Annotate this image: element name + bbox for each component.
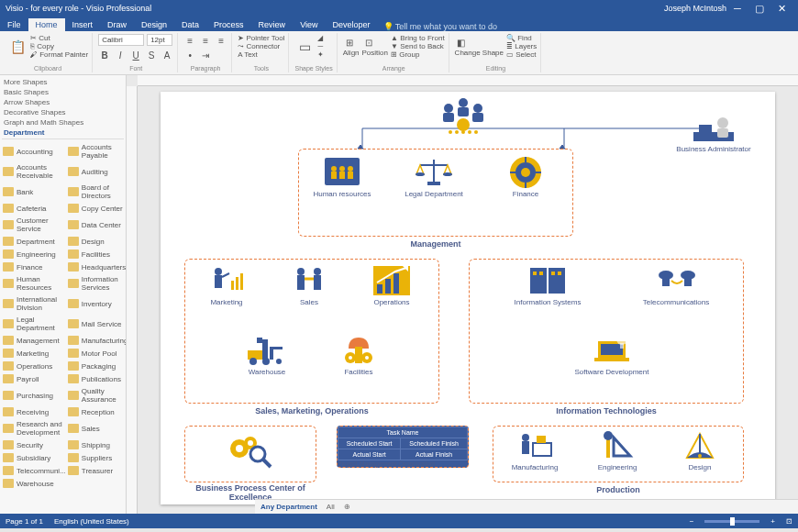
paste-button[interactable]: 📋 xyxy=(7,37,28,57)
font-size-select[interactable]: 12pt xyxy=(147,34,172,46)
shape-stencil-item[interactable]: Department xyxy=(2,235,67,248)
tab-data[interactable]: Data xyxy=(174,18,206,31)
shape-stencil-item[interactable]: Inventory xyxy=(67,294,127,314)
tab-insert[interactable]: Insert xyxy=(65,18,101,31)
shape-category[interactable]: More Shapes xyxy=(2,77,124,87)
shape-category[interactable]: Basic Shapes xyxy=(2,87,124,97)
tab-design[interactable]: Design xyxy=(134,18,174,31)
shape-stencil-item[interactable]: International Division xyxy=(2,294,67,314)
design-node[interactable]: Design xyxy=(664,428,736,471)
maximize-button[interactable]: ▢ xyxy=(748,3,770,15)
shape-category[interactable]: Graph and Math Shapes xyxy=(2,117,124,127)
tab-process[interactable]: Process xyxy=(206,18,251,31)
shape-stencil-item[interactable]: Telecommuni... xyxy=(2,464,67,477)
finance-node[interactable]: Finance xyxy=(490,155,561,198)
canvas-scroll[interactable]: Business Administrator Human resources L… xyxy=(138,86,798,514)
pmo-group[interactable]: Task Name Scheduled StartScheduled Finis… xyxy=(337,426,469,468)
shape-stencil-item[interactable]: Engineering xyxy=(2,248,67,260)
group-button[interactable]: ⊞ Group xyxy=(391,50,445,59)
shape-stencil-item[interactable]: Subsidiary xyxy=(2,451,67,464)
shape-stencil-item[interactable]: Design xyxy=(67,235,127,248)
position-button[interactable]: ⊡ xyxy=(362,36,375,49)
shape-stencil-item[interactable]: Treasurer xyxy=(67,464,127,477)
shape-stencil-item[interactable]: Marketing xyxy=(2,347,67,360)
shape-stencil-item[interactable]: Receiving xyxy=(2,405,67,418)
shape-category[interactable]: Decorative Shapes xyxy=(2,107,124,117)
tab-view[interactable]: View xyxy=(293,18,325,31)
copy-button[interactable]: ⎘ Copy xyxy=(30,42,88,50)
change-shape-button[interactable]: ◧ xyxy=(455,36,468,49)
shape-stencil-item[interactable]: Human Resources xyxy=(2,273,67,294)
shape-stencil-item[interactable]: Motor Pool xyxy=(67,347,127,360)
shape-stencil-item[interactable]: Accounting xyxy=(2,141,67,161)
shape-stencil-item[interactable]: Legal Department xyxy=(2,314,67,334)
effects-button[interactable]: ✦ xyxy=(317,50,324,59)
shape-stencil-item[interactable]: Payroll xyxy=(2,372,67,385)
shape-stencil-item[interactable]: Security xyxy=(2,438,67,451)
connector-tool-button[interactable]: ⤳ Connector xyxy=(238,42,284,50)
mfg-node[interactable]: Manufacturing xyxy=(499,428,571,471)
add-page-button[interactable]: ⊕ xyxy=(344,503,350,511)
bullets-button[interactable]: • xyxy=(183,50,196,62)
smo-group[interactable]: Marketing Sales Operations Warehouse Fac… xyxy=(184,259,439,404)
shape-category[interactable]: Arrow Shapes xyxy=(2,97,124,107)
warehouse-node[interactable]: Warehouse xyxy=(231,333,303,376)
minimize-button[interactable]: ─ xyxy=(726,3,748,14)
align-left-button[interactable]: ≡ xyxy=(183,34,196,47)
telecom-node[interactable]: Telecommunications xyxy=(626,263,726,306)
shape-stencil-item[interactable]: Purchasing xyxy=(2,385,67,405)
underline-button[interactable]: U xyxy=(129,49,142,61)
shape-stencil-item[interactable]: Bank xyxy=(2,182,67,202)
bring-front-button[interactable]: ▲ Bring to Front xyxy=(391,34,445,42)
marketing-node[interactable]: Marketing xyxy=(191,263,262,306)
it-group[interactable]: Information Systems Telecommunications S… xyxy=(469,259,744,404)
find-button[interactable]: 🔍 Find xyxy=(506,34,537,42)
zoom-out-button[interactable]: − xyxy=(690,517,694,526)
line-button[interactable]: ─ xyxy=(317,42,324,50)
pointer-tool-button[interactable]: ➤ Pointer Tool xyxy=(238,34,284,42)
production-group[interactable]: Manufacturing Engineering Design Product… xyxy=(493,426,744,482)
tell-me[interactable]: 💡 Tell me what you want to do xyxy=(383,22,497,31)
shape-stencil-item[interactable]: Headquarters xyxy=(67,260,127,273)
shape-stencil-item[interactable]: Information Services xyxy=(67,273,127,294)
page-tab-all[interactable]: All xyxy=(327,503,335,511)
tab-file[interactable]: File xyxy=(0,18,28,31)
font-color-button[interactable]: A xyxy=(161,49,173,61)
text-tool-button[interactable]: A Text xyxy=(238,50,284,59)
shape-stencil-item[interactable]: Auditing xyxy=(67,161,127,182)
softdev-node[interactable]: Software Development xyxy=(561,333,662,376)
drawing-page[interactable]: Business Administrator Human resources L… xyxy=(161,92,775,504)
send-back-button[interactable]: ▼ Send to Back xyxy=(391,42,445,50)
hr-node[interactable]: Human resources xyxy=(306,155,378,198)
tab-review[interactable]: Review xyxy=(251,18,294,31)
shape-stencil-item[interactable]: Finance xyxy=(2,260,67,273)
font-family-select[interactable]: Calibri xyxy=(98,34,144,46)
fit-page-button[interactable]: ⊡ xyxy=(786,517,792,526)
shape-stencil-item[interactable]: Research and Development xyxy=(2,418,67,438)
shape-stencil-item[interactable]: Suppliers xyxy=(67,451,127,464)
tab-developer[interactable]: Developer xyxy=(325,18,377,31)
shape-stencil-item[interactable]: Shipping xyxy=(67,438,127,451)
shape-stencil-item[interactable]: Accounts Payable xyxy=(67,141,127,161)
management-group[interactable]: Human resources Legal Department Finance… xyxy=(298,149,573,237)
shape-stencil-item[interactable]: Packaging xyxy=(67,360,127,372)
indent-button[interactable]: ⇥ xyxy=(199,50,212,62)
format-painter-button[interactable]: 🖌 Format Painter xyxy=(30,50,88,59)
shape-stencil-item[interactable]: Data Center xyxy=(67,215,127,235)
shape-category-selected[interactable]: Department xyxy=(2,127,124,139)
quick-styles-button[interactable]: ▭ xyxy=(294,37,315,57)
shape-stencil-item[interactable]: Cafeteria xyxy=(2,202,67,215)
shape-stencil-item[interactable]: Reception xyxy=(67,405,127,418)
cut-button[interactable]: ✂ Cut xyxy=(30,34,88,42)
strike-button[interactable]: S xyxy=(145,49,158,61)
shape-stencil-item[interactable]: Board of Directors xyxy=(67,182,127,202)
italic-button[interactable]: I xyxy=(114,49,127,61)
tab-home[interactable]: Home xyxy=(28,18,65,31)
is-node[interactable]: Information Systems xyxy=(497,263,598,306)
shape-stencil-item[interactable]: Copy Center xyxy=(67,202,127,215)
align-center-button[interactable]: ≡ xyxy=(199,34,212,47)
shape-stencil-item[interactable]: Accounts Receivable xyxy=(2,161,67,182)
business-administrator-node[interactable]: Business Administrator xyxy=(663,112,764,153)
shape-stencil-item[interactable]: Sales xyxy=(67,418,127,438)
zoom-in-button[interactable]: + xyxy=(770,517,775,526)
